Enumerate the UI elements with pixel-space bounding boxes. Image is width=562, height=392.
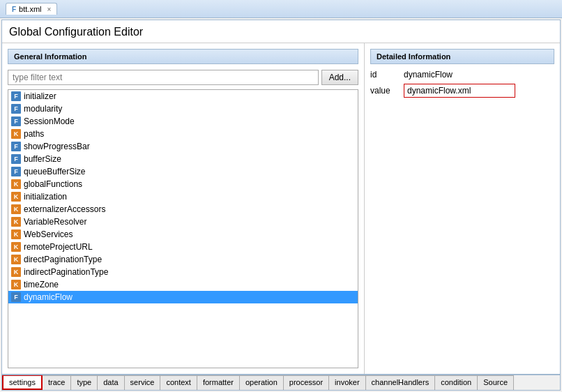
list-item[interactable]: FqueueBufferSize — [8, 165, 358, 178]
list-item[interactable]: Fmodularity — [8, 103, 358, 115]
detailed-information-header: Detailed Information — [370, 49, 554, 64]
k-icon: K — [11, 179, 21, 189]
id-row: id dynamicFlow — [370, 70, 554, 80]
tab-label: btt.xml — [19, 5, 41, 13]
list-item[interactable]: FSessionMode — [8, 115, 358, 128]
tab-processor[interactable]: processor — [284, 375, 329, 390]
content-area: General Information Add... FinitializerF… — [2, 43, 560, 374]
xml-icon: F — [12, 6, 16, 13]
right-panel: Detailed Information id dynamicFlow valu… — [365, 43, 560, 374]
item-label: showProgressBar — [24, 142, 90, 151]
title-bar: F btt.xml × — [0, 0, 562, 18]
item-label: globalFunctions — [24, 179, 82, 189]
k-icon: K — [11, 192, 21, 202]
editor-title: Global Configuration Editor — [2, 20, 560, 43]
list-item[interactable]: FshowProgressBar — [8, 140, 358, 153]
list-item[interactable]: Finitializer — [8, 90, 358, 103]
tab-data[interactable]: data — [98, 375, 124, 390]
list-item[interactable]: KVariableResolver — [8, 216, 358, 228]
list-item[interactable]: KglobalFunctions — [8, 178, 358, 190]
list-item[interactable]: KdirectPaginationType — [8, 253, 358, 266]
item-label: queueBufferSize — [24, 167, 86, 176]
tab-settings[interactable]: settings — [2, 375, 43, 390]
list-item[interactable]: Kpaths — [8, 128, 358, 140]
filter-row: Add... — [8, 70, 358, 85]
value-label: value — [370, 86, 398, 96]
item-label: SessionMode — [24, 116, 75, 126]
item-label: WebServices — [24, 229, 73, 239]
item-label: dynamicFlow — [24, 292, 73, 302]
list-item[interactable]: FdynamicFlow — [8, 291, 358, 303]
tab-formatter[interactable]: formatter — [197, 375, 240, 390]
items-list: FinitializerFmodularityFSessionModeKpath… — [8, 89, 358, 368]
tab-invoker[interactable]: invoker — [329, 375, 365, 390]
tab-service[interactable]: service — [125, 375, 161, 390]
item-label: directPaginationType — [24, 255, 102, 264]
editor-container: Global Configuration Editor General Info… — [1, 20, 561, 391]
item-label: timeZone — [24, 280, 59, 289]
id-value: dynamicFlow — [404, 70, 453, 80]
item-label: modularity — [24, 104, 62, 114]
tab-trace[interactable]: trace — [43, 375, 71, 390]
item-label: bufferSize — [24, 154, 61, 164]
tab-condition[interactable]: condition — [435, 375, 478, 390]
tab-operation[interactable]: operation — [240, 375, 284, 390]
tab-context[interactable]: context — [160, 375, 197, 390]
item-label: remoteProjectURL — [24, 242, 93, 252]
list-item[interactable]: KWebServices — [8, 228, 358, 241]
value-row: value — [370, 84, 554, 98]
item-label: VariableResolver — [24, 217, 87, 227]
f-icon: F — [11, 91, 21, 101]
tab-type[interactable]: type — [71, 375, 98, 390]
f-icon: F — [11, 167, 21, 176]
item-label: externalizerAccessors — [24, 204, 105, 214]
list-item[interactable]: KindirectPaginationType — [8, 266, 358, 278]
list-item[interactable]: KremoteProjectURL — [8, 241, 358, 253]
k-icon: K — [11, 242, 21, 252]
left-panel: General Information Add... FinitializerF… — [2, 43, 365, 374]
list-item[interactable]: Kinitialization — [8, 190, 358, 203]
editor-tab[interactable]: F btt.xml × — [6, 3, 57, 15]
f-icon: F — [11, 116, 21, 126]
item-label: paths — [24, 129, 44, 139]
tab-channelHandlers[interactable]: channelHandlers — [366, 375, 436, 390]
k-icon: K — [11, 267, 21, 277]
id-label: id — [370, 70, 398, 80]
f-icon: F — [11, 292, 21, 302]
bottom-tabs: settingstracetypedataservicecontextforma… — [2, 374, 560, 390]
list-item[interactable]: KtimeZone — [8, 278, 358, 291]
f-icon: F — [11, 154, 21, 164]
list-item[interactable]: FbufferSize — [8, 153, 358, 165]
k-icon: K — [11, 255, 21, 264]
k-icon: K — [11, 280, 21, 289]
filter-input[interactable] — [8, 70, 319, 85]
k-icon: K — [11, 217, 21, 227]
list-item[interactable]: KexternalizerAccessors — [8, 203, 358, 216]
general-information-header: General Information — [8, 49, 358, 64]
item-label: initialization — [24, 192, 67, 202]
item-label: initializer — [24, 91, 56, 101]
add-button[interactable]: Add... — [321, 70, 358, 85]
value-input[interactable] — [404, 84, 515, 98]
tab-source[interactable]: Source — [478, 375, 514, 390]
tab-close-button[interactable]: × — [47, 6, 52, 13]
k-icon: K — [11, 229, 21, 239]
f-icon: F — [11, 142, 21, 151]
k-icon: K — [11, 204, 21, 214]
item-label: indirectPaginationType — [24, 267, 108, 277]
f-icon: F — [11, 104, 21, 114]
k-icon: K — [11, 129, 21, 139]
